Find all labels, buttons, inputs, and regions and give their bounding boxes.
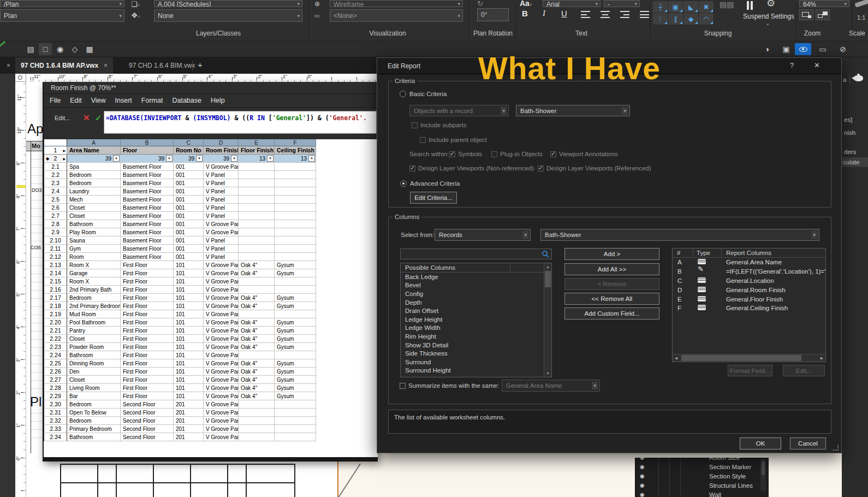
cell-room-no[interactable]: 001 xyxy=(174,187,204,196)
cell-floor-finish[interactable]: Oak 4" xyxy=(239,294,275,302)
row-number[interactable]: 2.24 xyxy=(44,351,67,359)
table-row[interactable]: 2.22 Closet First Floor 101 V Groove Pan… xyxy=(44,335,378,343)
cell-floor-finish[interactable] xyxy=(239,253,275,261)
row-number[interactable]: 2.14 xyxy=(44,269,67,277)
cell-room-no[interactable]: 101 xyxy=(174,392,204,400)
report-column-row[interactable]: A General.Area Name xyxy=(673,258,825,267)
table-row[interactable]: 2.10 Sauna Basement Floor 001 V Panel xyxy=(44,236,378,245)
cell-floor-finish[interactable] xyxy=(239,163,275,171)
symbols-checkbox[interactable]: Symbols xyxy=(449,151,482,157)
cell-floor[interactable]: Basement Floor xyxy=(121,171,174,179)
cell-floor-finish[interactable] xyxy=(239,425,275,433)
cell-area-name[interactable]: Gym xyxy=(67,245,121,253)
close-tab-icon[interactable]: × xyxy=(104,62,108,69)
filter-cell[interactable]: 39▼ xyxy=(121,155,174,163)
cell-ceiling-finish[interactable]: Gysum xyxy=(275,368,316,376)
row-number[interactable]: 2.29 xyxy=(44,392,67,400)
cell-area-name[interactable]: Pool Bathroom xyxy=(67,318,121,327)
cell-ceiling-finish[interactable]: Gysum xyxy=(275,261,316,269)
visibility-eye-button[interactable] xyxy=(795,43,811,55)
checkbox-icon[interactable] xyxy=(491,151,497,157)
cell-room-finish[interactable]: V Groove Panel xyxy=(204,318,239,327)
cell-room-no[interactable]: 001 xyxy=(174,163,204,171)
close-icon[interactable]: × xyxy=(7,62,10,69)
cell-floor[interactable]: Basement Floor xyxy=(121,163,174,171)
column-header[interactable]: F xyxy=(275,139,316,146)
cell-ceiling-finish[interactable] xyxy=(275,409,316,417)
list-item[interactable]: Bevel xyxy=(401,281,544,290)
menu-item[interactable]: Format xyxy=(141,97,163,104)
table-row[interactable]: 2.24 Bathroom First Floor 101 V Groove P… xyxy=(44,351,378,359)
header-cell[interactable]: Room Finish xyxy=(204,146,239,155)
class-list-item[interactable]: ◉ Structural Lines xyxy=(635,481,769,490)
table-row[interactable]: 2.4 Laundry Basement Floor 001 V Panel xyxy=(44,187,378,196)
possible-columns-list[interactable]: Possible Columns Back LedgeBevelConfigDe… xyxy=(400,263,552,377)
column-header[interactable]: E xyxy=(239,139,275,146)
table-row[interactable]: 2.32 Bedroom Second Floor 201 V Groove P… xyxy=(44,417,378,425)
possible-columns-header[interactable]: Possible Columns xyxy=(401,263,551,273)
cell-floor[interactable]: Basement Floor xyxy=(121,245,174,253)
viewport-annotations-checkbox[interactable]: Viewport Annotations xyxy=(550,151,618,157)
scroll-left-icon[interactable]: ◀ xyxy=(673,354,680,362)
edit-field-button[interactable]: Edit... xyxy=(783,365,825,376)
cell-room-no[interactable]: 101 xyxy=(174,359,204,368)
fit-page-button[interactable] xyxy=(799,9,813,20)
column-header[interactable]: D xyxy=(204,139,239,146)
cell-floor-finish[interactable]: Oak 4" xyxy=(239,384,275,392)
cell-room-no[interactable]: 001 xyxy=(174,228,204,236)
class-options-icon[interactable]: ❖˅ xyxy=(131,12,140,20)
cell-room-finish[interactable]: V Groove Panel xyxy=(204,351,239,359)
cell-ceiling-finish[interactable]: Gysum xyxy=(275,335,316,343)
report-column-row[interactable]: E General.Floor Finish xyxy=(673,294,825,304)
cell-room-no[interactable]: 201 xyxy=(174,400,204,409)
cell-room-no[interactable]: 101 xyxy=(174,376,204,384)
class-list-item[interactable]: ◉ Section Style xyxy=(635,471,769,481)
row-number[interactable]: 2.19 xyxy=(44,310,67,318)
table-row[interactable]: 2.12 Room Basement Floor 001 V Panel xyxy=(44,253,378,261)
cell-room-finish[interactable]: V Groove Panel xyxy=(204,220,239,228)
list-item[interactable]: Ledge Width xyxy=(401,324,544,333)
cell-ceiling-finish[interactable] xyxy=(275,196,316,204)
cancel-icon[interactable]: ✕ xyxy=(83,113,90,123)
cell-room-finish[interactable]: V Groove Panel xyxy=(204,228,239,236)
row-number[interactable]: 1▶ xyxy=(44,146,67,155)
cell-floor[interactable]: Second Floor xyxy=(121,409,174,417)
cell-ceiling-finish[interactable]: Gysum xyxy=(275,376,316,384)
cell-ceiling-finish[interactable] xyxy=(275,277,316,286)
snap-button[interactable]: ◠ xyxy=(699,13,714,25)
summarize-field-dropdown[interactable]: General.Area Name xyxy=(502,380,600,392)
filter-dropdown-icon[interactable]: ▼ xyxy=(196,155,203,162)
cell-room-no[interactable]: 101 xyxy=(174,384,204,392)
stacked-panes-icon[interactable]: ▤▤ xyxy=(720,1,734,8)
report-column-row[interactable]: B =IF(LEFT(('General'.'Location'), 1)='0… xyxy=(673,267,825,276)
cell-area-name[interactable]: Primary Bedroom xyxy=(67,425,121,433)
tool-button[interactable]: ▦ xyxy=(83,43,96,55)
cell-room-no[interactable]: 201 xyxy=(174,417,204,425)
cell-area-name[interactable]: Room xyxy=(67,253,121,261)
cell-floor[interactable]: First Floor xyxy=(121,294,174,302)
checkbox-icon[interactable] xyxy=(420,137,426,143)
cell-room-finish[interactable]: V Groove Panel xyxy=(204,409,239,417)
table-row[interactable]: 2.14 Garage First Floor 101 V Groove Pan… xyxy=(44,269,378,277)
cell-floor-finish[interactable] xyxy=(239,196,275,204)
row-number[interactable]: 2.9 xyxy=(44,228,67,236)
table-row[interactable]: 2.26 Den First Floor 101 V Groove Panel … xyxy=(44,368,378,376)
table-row[interactable]: 2.33 Primary Bedroom Second Floor 201 V … xyxy=(44,425,378,433)
cell-room-no[interactable]: 001 xyxy=(174,212,204,220)
cell-floor[interactable]: First Floor xyxy=(121,351,174,359)
cell-area-name[interactable]: 2nd Primary Bath xyxy=(67,286,121,294)
snap-button[interactable]: ∥ xyxy=(668,13,683,25)
cell-ceiling-finish[interactable]: Gysum xyxy=(275,294,316,302)
cell-ceiling-finish[interactable] xyxy=(275,236,316,245)
cell-room-finish[interactable]: V Panel xyxy=(204,179,239,187)
row-number[interactable]: 2.4 xyxy=(44,187,67,196)
cell-room-no[interactable]: 101 xyxy=(174,286,204,294)
cell-floor-finish[interactable]: Oak 4" xyxy=(239,368,275,376)
view-dropdown[interactable]: Plan xyxy=(0,9,124,22)
header-cell[interactable]: Floor xyxy=(121,146,174,155)
table-row[interactable]: 2.9 Play Room Basement Floor 001 V Groov… xyxy=(44,228,378,236)
cell-room-no[interactable]: 001 xyxy=(174,253,204,261)
table-row[interactable]: 2.34 Bathroom Second Floor 201 V Groove … xyxy=(44,433,378,441)
filter-cell[interactable]: 13▼ xyxy=(275,155,316,163)
filter-dropdown-icon[interactable]: ▼ xyxy=(113,155,120,162)
